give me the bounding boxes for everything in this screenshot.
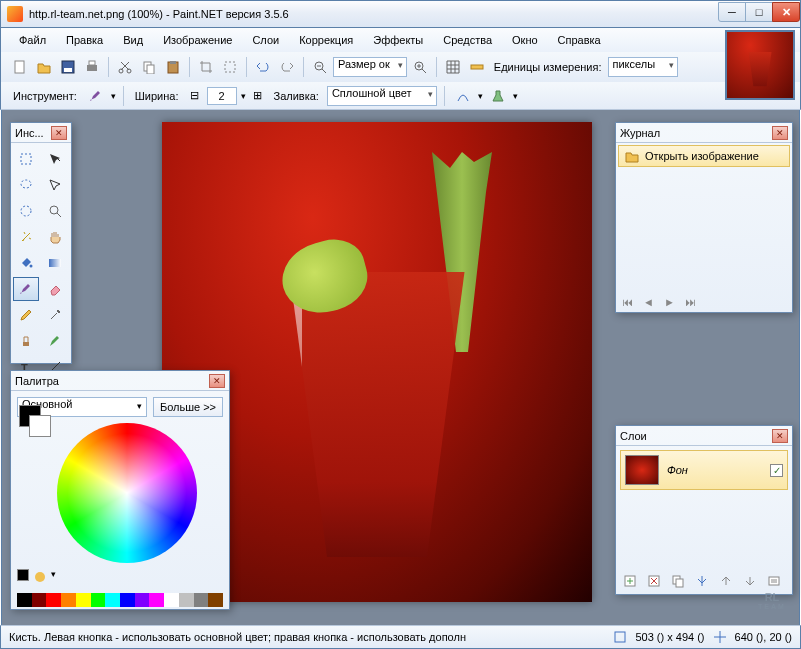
tool-gradient[interactable]	[42, 251, 68, 275]
tool-label: Инструмент:	[9, 90, 81, 102]
new-button[interactable]	[9, 56, 31, 78]
history-close[interactable]: ✕	[772, 126, 788, 140]
chevron-down-icon[interactable]: ▾	[241, 91, 246, 101]
history-undo[interactable]: ◄	[643, 296, 654, 308]
zoom-select[interactable]: Размер ок	[333, 57, 407, 77]
tool-move-select[interactable]	[42, 147, 68, 171]
chevron-down-icon[interactable]: ▾	[478, 91, 483, 101]
print-button[interactable]	[81, 56, 103, 78]
layer-delete[interactable]	[644, 571, 664, 591]
grid-button[interactable]	[442, 56, 464, 78]
chevron-down-icon[interactable]: ▾	[111, 91, 116, 101]
copy-button[interactable]	[138, 56, 160, 78]
svg-rect-0	[15, 61, 24, 73]
crop-icon	[199, 60, 213, 74]
layer-item[interactable]: Фон ✓	[620, 450, 788, 490]
history-first[interactable]: ⏮	[622, 296, 633, 308]
menu-tools[interactable]: Средства	[435, 31, 500, 49]
svg-point-19	[30, 265, 33, 268]
tool-clone[interactable]	[13, 329, 39, 353]
svg-rect-29	[676, 579, 683, 587]
crop-button[interactable]	[195, 56, 217, 78]
width-increase[interactable]: ⊞	[250, 85, 266, 107]
menu-edit[interactable]: Правка	[58, 31, 111, 49]
paste-button[interactable]	[162, 56, 184, 78]
tool-rect-select[interactable]	[13, 147, 39, 171]
image-thumbnail[interactable]	[725, 30, 795, 100]
cut-icon	[118, 60, 132, 74]
history-item[interactable]: Открыть изображение	[618, 145, 790, 167]
ruler-button[interactable]	[466, 56, 488, 78]
tool-recolor[interactable]	[42, 329, 68, 353]
width-decrease[interactable]: ⊟	[187, 85, 203, 107]
menu-view[interactable]: Вид	[115, 31, 151, 49]
color-wheel[interactable]	[57, 423, 197, 563]
chevron-down-icon[interactable]: ▾	[51, 569, 56, 585]
recolor-icon	[48, 334, 62, 348]
chevron-down-icon[interactable]: ▾	[513, 91, 518, 101]
tools-close[interactable]: ✕	[51, 126, 67, 140]
menu-window[interactable]: Окно	[504, 31, 546, 49]
layer-up[interactable]	[716, 571, 736, 591]
units-select[interactable]: пикселы	[608, 57, 678, 77]
tool-eraser[interactable]	[42, 277, 68, 301]
antialias-button[interactable]	[452, 85, 474, 107]
tool-ellipse-select[interactable]	[13, 199, 39, 223]
minimize-button[interactable]: ─	[718, 2, 746, 22]
menu-effects[interactable]: Эффекты	[365, 31, 431, 49]
tool-picker[interactable]	[42, 303, 68, 327]
menu-file[interactable]: Файл	[11, 31, 54, 49]
save-icon	[61, 60, 75, 74]
layers-close[interactable]: ✕	[772, 429, 788, 443]
close-button[interactable]: ✕	[772, 2, 800, 22]
history-panel: Журнал✕ Открыть изображение ⏮ ◄ ► ⏭	[615, 122, 793, 313]
history-last[interactable]: ⏭	[685, 296, 696, 308]
tool-pan[interactable]	[42, 225, 68, 249]
more-button[interactable]: Больше >>	[153, 397, 223, 417]
save-button[interactable]	[57, 56, 79, 78]
redo-icon	[280, 60, 294, 74]
secondary-color[interactable]	[29, 415, 51, 437]
tool-zoom[interactable]	[42, 199, 68, 223]
status-text: Кисть. Левая кнопка - использовать основ…	[9, 631, 605, 643]
tool-move[interactable]	[42, 173, 68, 197]
fill-select[interactable]: Сплошной цвет	[327, 86, 437, 106]
color-strip[interactable]	[17, 593, 223, 607]
brush-icon	[19, 282, 33, 296]
zoom-in-button[interactable]	[409, 56, 431, 78]
blend-button[interactable]	[487, 85, 509, 107]
cut-button[interactable]	[114, 56, 136, 78]
menu-help[interactable]: Справка	[550, 31, 609, 49]
current-tool-icon[interactable]	[85, 85, 107, 107]
undo-icon	[256, 60, 270, 74]
grid-icon	[446, 60, 460, 74]
watermark-text: RL	[765, 591, 780, 603]
tool-pencil[interactable]	[13, 303, 39, 327]
undo-button[interactable]	[252, 56, 274, 78]
tool-fill[interactable]	[13, 251, 39, 275]
tool-wand[interactable]	[13, 225, 39, 249]
layer-duplicate[interactable]	[668, 571, 688, 591]
menu-adjust[interactable]: Коррекция	[291, 31, 361, 49]
zoom-out-button[interactable]	[309, 56, 331, 78]
zoom-out-icon	[313, 60, 327, 74]
tool-brush[interactable]	[13, 277, 39, 301]
wand-icon	[19, 230, 33, 244]
colors-close[interactable]: ✕	[209, 374, 225, 388]
layer-add[interactable]	[620, 571, 640, 591]
deselect-button[interactable]	[219, 56, 241, 78]
layer-visible-checkbox[interactable]: ✓	[770, 464, 783, 477]
swatch-black[interactable]	[17, 569, 29, 581]
width-input[interactable]	[207, 87, 237, 105]
maximize-button[interactable]: □	[745, 2, 773, 22]
open-icon	[37, 60, 51, 74]
layer-merge[interactable]	[692, 571, 712, 591]
menu-layers[interactable]: Слои	[244, 31, 287, 49]
menu-image[interactable]: Изображение	[155, 31, 240, 49]
redo-button[interactable]	[276, 56, 298, 78]
open-button[interactable]	[33, 56, 55, 78]
tool-lasso[interactable]	[13, 173, 39, 197]
palette-menu[interactable]	[32, 569, 48, 585]
history-redo[interactable]: ►	[664, 296, 675, 308]
svg-rect-8	[147, 65, 154, 74]
